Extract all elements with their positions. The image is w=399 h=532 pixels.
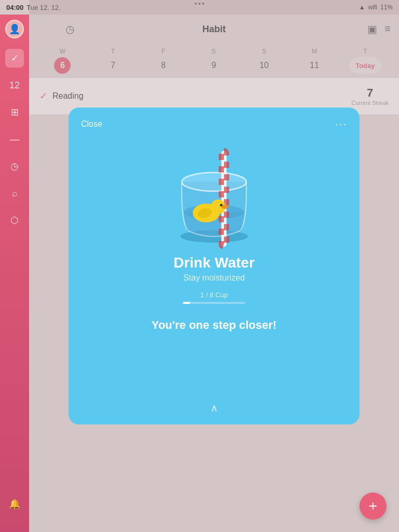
modal-overlay[interactable]: Close ··· — [29, 0, 399, 532]
main-area: ◷ Habit ▣ ≡ W 6 T 7 F 8 S 9 S 10 M — [29, 0, 399, 532]
modal-message: You're one step closer! — [152, 318, 277, 332]
clock-icon: ◷ — [10, 161, 19, 172]
sidebar-item-search[interactable]: ⌕ — [5, 184, 24, 203]
modal-progress-fill — [183, 302, 190, 304]
dash-icon: — — [10, 134, 19, 145]
sidebar-item-notifications[interactable]: 🔔 — [5, 495, 24, 513]
status-time: 04:00 — [6, 4, 23, 11]
calendar-icon: 12 — [9, 80, 20, 91]
modal-chevron-icon[interactable]: ∧ — [210, 402, 218, 414]
search-icon: ⌕ — [12, 188, 18, 199]
water-illustration — [157, 135, 271, 249]
check-icon: ✓ — [11, 52, 19, 64]
modal-title: Drink Water — [174, 255, 255, 271]
sidebar-item-clock[interactable]: ◷ — [5, 157, 24, 176]
bell-icon: 🔔 — [9, 498, 20, 510]
modal-subtitle: Stay moisturized — [183, 273, 245, 283]
sidebar-bottom: 🔔 — [5, 495, 24, 522]
sidebar-item-dash[interactable]: — — [5, 130, 24, 149]
avatar[interactable]: 👤 — [5, 20, 24, 38]
modal-progress-bar — [183, 302, 245, 304]
sidebar-item-calendar[interactable]: 12 — [5, 76, 24, 95]
svg-point-9 — [221, 205, 229, 209]
add-habit-button[interactable]: + — [360, 493, 387, 520]
sidebar-item-tasks[interactable]: ✓ — [5, 49, 24, 68]
sidebar-item-shield[interactable]: ⬡ — [5, 211, 24, 230]
drink-water-modal: Close ··· — [69, 108, 360, 424]
sidebar: 👤 ✓ 12 ⊞ — ◷ ⌕ ⬡ 🔔 — [0, 0, 29, 532]
grid-icon: ⊞ — [11, 107, 19, 118]
modal-header: Close ··· — [69, 108, 360, 130]
shield-icon: ⬡ — [10, 215, 19, 226]
modal-close-button[interactable]: Close — [81, 119, 102, 129]
modal-more-button[interactable]: ··· — [335, 118, 347, 130]
sidebar-item-grid[interactable]: ⊞ — [5, 103, 24, 122]
modal-progress-label: 1 / 8 Cup — [201, 291, 228, 299]
